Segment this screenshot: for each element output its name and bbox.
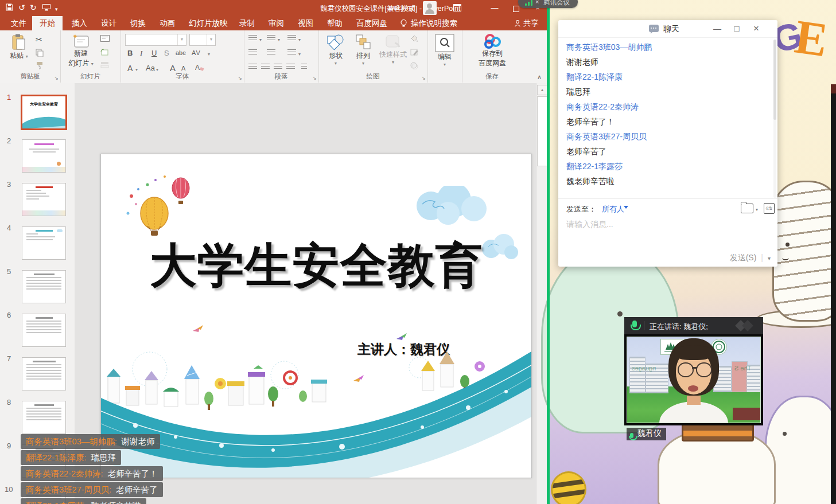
chat-message-list[interactable]: 商务英语3班03—胡帅鹏 谢谢老师 翻译22-1陈泽康 瑞思拜 商务英语22-2… (566, 40, 761, 189)
ribbon-display-options-icon[interactable] (453, 4, 461, 11)
align-right-icon[interactable] (274, 64, 282, 72)
case-dropdown-icon[interactable]: ▾ (135, 67, 138, 72)
character-spacing-button[interactable]: AV (192, 49, 201, 56)
tab-view[interactable]: 视图 (290, 16, 321, 30)
numbering-dropdown-icon[interactable]: ▾ (278, 37, 280, 42)
chat-sender[interactable]: 商务英语3班27-周贝贝 (566, 129, 761, 144)
decrease-indent-icon[interactable] (248, 49, 257, 57)
arrange-button[interactable]: 排列▾ (351, 34, 376, 66)
reset-icon[interactable] (100, 49, 109, 56)
copy-icon[interactable] (36, 49, 44, 57)
chat-close-button[interactable]: × (748, 20, 765, 37)
align-center-icon[interactable] (261, 64, 270, 72)
columns-icon[interactable] (301, 64, 307, 72)
tab-help[interactable]: 帮助 (320, 16, 350, 30)
layout-icon[interactable] (100, 35, 110, 42)
font-dialog-launcher[interactable]: ↘ (238, 75, 242, 81)
tab-home[interactable]: 开始 (32, 16, 63, 30)
bullets-dropdown-icon[interactable]: ▾ (259, 37, 262, 42)
chat-header[interactable]: 聊天 — □ × (558, 20, 777, 38)
chat-sender[interactable]: 商务英语3班03—胡帅鹏 (566, 40, 761, 54)
new-slide-button[interactable]: 新建 幻灯片 ▾ (66, 34, 96, 68)
slide-thumbnail-4[interactable] (22, 226, 66, 260)
save-icon[interactable] (6, 3, 13, 11)
quick-access-dropdown-icon[interactable]: ▾ (55, 5, 58, 14)
account-name[interactable]: wei junyi (389, 4, 415, 12)
chat-sender[interactable]: 翻译22-1李露莎 (566, 159, 761, 174)
slide-thumbnail-6[interactable] (22, 314, 66, 347)
slide-thumbnail-2[interactable] (22, 139, 66, 173)
close-icon[interactable]: × (535, 0, 539, 5)
save-to-baidu-netdisk-button[interactable]: 保存到 百度网盘 (475, 34, 510, 68)
undo-icon[interactable]: ↺ (18, 3, 25, 12)
speaker-header[interactable]: 正在讲话: 魏君仪; (624, 317, 763, 334)
bullets-icon[interactable] (248, 35, 257, 43)
scrollbar-thumb[interactable] (537, 96, 547, 166)
shape-effects-icon[interactable] (410, 62, 418, 69)
tab-transitions[interactable]: 切换 (123, 16, 153, 30)
align-text-dropdown-icon[interactable]: ▾ (298, 52, 301, 57)
tab-review[interactable]: 审阅 (261, 16, 291, 30)
chat-scrollbar[interactable] (773, 40, 776, 198)
font-size-combobox[interactable]: ▾ (189, 34, 216, 46)
slide-canvas[interactable]: 大学生安全教育 主讲人：魏君仪 (100, 154, 532, 478)
text-shadow-button[interactable]: A (127, 64, 133, 73)
italic-button[interactable]: I (140, 49, 142, 58)
spacing-dropdown-icon[interactable]: ▾ (208, 52, 210, 57)
clipboard-dialog-launcher[interactable]: ↘ (54, 75, 59, 81)
text-direction-icon[interactable] (287, 35, 296, 43)
announcement-icon[interactable]: 公告 (764, 203, 775, 214)
text-direction-dropdown-icon[interactable]: ▾ (298, 37, 301, 42)
paragraph-dialog-launcher[interactable]: ↘ (312, 75, 317, 81)
send-options-icon[interactable]: ▾ (768, 255, 771, 261)
change-case-button[interactable]: Aa (146, 64, 155, 72)
tab-record[interactable]: 录制 (232, 16, 262, 30)
chat-minimize-button[interactable]: — (709, 20, 726, 37)
drawing-dialog-launcher[interactable]: ↘ (421, 75, 426, 81)
font-name-combobox[interactable]: ▾ (125, 34, 186, 46)
bold-button[interactable]: B (127, 49, 133, 57)
minimize-button[interactable]: — (485, 0, 504, 16)
send-to-caret-icon[interactable] (624, 206, 628, 209)
slide-thumbnail-7[interactable] (22, 357, 66, 390)
align-left-icon[interactable] (248, 64, 257, 72)
section-icon[interactable] (100, 61, 109, 68)
send-button[interactable]: 发送(S) (730, 253, 757, 262)
redo-icon[interactable]: ↻ (30, 3, 37, 12)
slideshow-icon[interactable] (42, 4, 50, 11)
shape-fill-icon[interactable] (410, 35, 418, 42)
grow-font-button[interactable]: A (170, 63, 176, 73)
strikethrough-button[interactable]: S (164, 49, 169, 57)
aa-dropdown-icon[interactable]: ▾ (156, 67, 158, 72)
format-painter-icon[interactable] (36, 61, 44, 69)
clear-strike-button[interactable]: abc (176, 49, 186, 56)
chat-input[interactable]: 请输入消息... (566, 220, 761, 230)
tab-file[interactable]: 文件 (3, 16, 34, 30)
slide-title[interactable]: 大学生安全教育 (101, 235, 531, 298)
tab-design[interactable]: 设计 (94, 16, 124, 30)
editor-scrollbar[interactable]: ▲ (536, 83, 547, 504)
avatar[interactable] (423, 1, 437, 15)
slide-thumbnail-1[interactable]: 大学生安全教育 (21, 95, 67, 130)
speaker-video[interactable]: nguages The S 魏君仪 (624, 334, 763, 425)
chat-sender[interactable]: 商务英语22-2秦帅涛 (566, 99, 761, 114)
send-to-dropdown[interactable]: 所有人 (602, 204, 624, 214)
scroll-up-arrow[interactable]: ▲ (537, 85, 547, 95)
meeting-indicator-pill[interactable]: × 腾讯会议 (518, 0, 578, 8)
cut-icon[interactable]: ✂ (36, 35, 42, 44)
shapes-button[interactable]: 形状▾ (323, 34, 348, 66)
shrink-font-button[interactable]: A (181, 65, 185, 72)
tab-baidu-netdisk[interactable]: 百度网盘 (349, 16, 395, 30)
slide-thumbnail-3[interactable] (22, 183, 66, 216)
justify-icon[interactable] (286, 64, 295, 72)
folder-icon[interactable] (741, 204, 753, 213)
quick-styles-button[interactable]: 快速样式▾ (378, 34, 408, 65)
shape-outline-icon[interactable] (410, 49, 418, 56)
increase-indent-icon[interactable] (267, 49, 275, 57)
tab-slideshow[interactable]: 幻灯片放映 (181, 16, 235, 30)
tab-animations[interactable]: 动画 (152, 16, 182, 30)
folder-dropdown-icon[interactable]: ▾ (756, 207, 758, 212)
numbering-icon[interactable] (267, 35, 275, 43)
paste-button[interactable]: 粘贴 ▾ (7, 34, 31, 61)
align-text-icon[interactable] (287, 49, 296, 57)
